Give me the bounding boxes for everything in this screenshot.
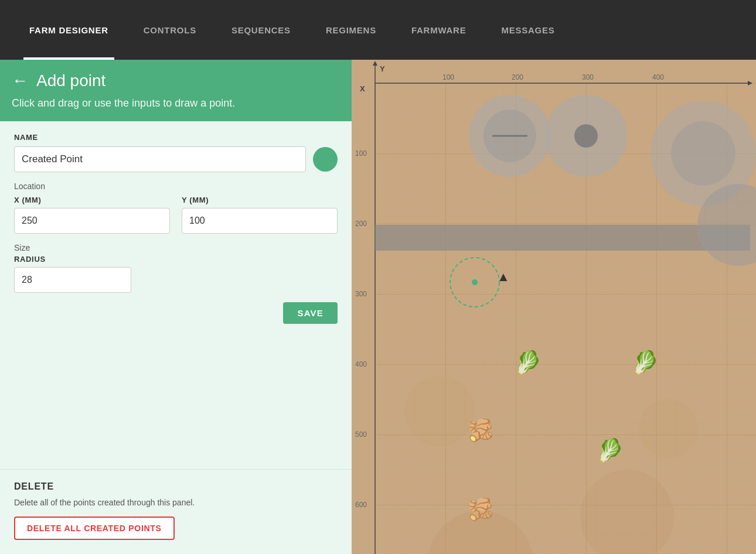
location-label: Location xyxy=(14,182,338,191)
svg-point-34 xyxy=(428,511,533,554)
svg-marker-5 xyxy=(748,81,752,86)
svg-point-36 xyxy=(404,376,475,446)
panel-title: Add point xyxy=(36,71,105,90)
svg-text:🫚: 🫚 xyxy=(468,418,494,443)
svg-rect-18 xyxy=(375,225,750,251)
svg-point-37 xyxy=(639,399,697,458)
svg-text:500: 500 xyxy=(355,430,367,439)
nav-controls[interactable]: CONTROLS xyxy=(126,0,214,60)
svg-point-24 xyxy=(651,101,756,206)
panel-header: ← Add point Click and drag or use the in… xyxy=(0,60,352,121)
svg-point-19 xyxy=(469,95,551,177)
x-input[interactable] xyxy=(14,208,170,234)
y-coord-group: Y (MM) xyxy=(182,196,338,234)
svg-point-20 xyxy=(483,110,536,162)
x-coord-group: X (MM) xyxy=(14,196,170,234)
nav-regimens[interactable]: REGIMENS xyxy=(308,0,394,60)
name-label: NAME xyxy=(14,133,338,142)
svg-text:200: 200 xyxy=(355,220,367,228)
svg-point-25 xyxy=(671,121,735,186)
svg-text:🥬: 🥬 xyxy=(596,437,624,464)
map-grid: Y X 100 200 300 400 100 200 300 400 500 … xyxy=(352,60,756,554)
nav-farmware[interactable]: FARMWARE xyxy=(394,0,484,60)
delete-desc: Delete all of the points created through… xyxy=(14,498,338,507)
svg-text:300: 300 xyxy=(355,290,367,298)
delete-all-button[interactable]: DELETE ALL CREATED POINTS xyxy=(14,517,175,540)
svg-text:🫚: 🫚 xyxy=(468,497,494,522)
svg-text:Y: Y xyxy=(380,64,385,73)
svg-text:200: 200 xyxy=(512,73,523,81)
save-row: SAVE xyxy=(14,302,338,324)
name-row xyxy=(14,146,338,172)
form-area: NAME Location X (MM) Y (MM) Size RADIUS xyxy=(0,121,352,469)
top-navigation: FARM DESIGNER CONTROLS SEQUENCES REGIMEN… xyxy=(0,0,756,60)
size-label: Size xyxy=(14,243,338,252)
map-area[interactable]: Y X 100 200 300 400 100 200 300 400 500 … xyxy=(352,60,756,554)
x-label: X (MM) xyxy=(14,196,170,204)
color-picker[interactable] xyxy=(313,147,338,172)
radius-input[interactable] xyxy=(14,267,131,293)
svg-text:🥬: 🥬 xyxy=(514,349,542,376)
nav-messages[interactable]: MESSAGES xyxy=(483,0,572,60)
svg-point-23 xyxy=(574,124,598,148)
svg-text:600: 600 xyxy=(355,501,367,509)
y-label: Y (MM) xyxy=(182,196,338,204)
svg-text:400: 400 xyxy=(355,360,367,368)
left-panel: ← Add point Click and drag or use the in… xyxy=(0,60,352,554)
svg-rect-1 xyxy=(375,83,756,554)
save-button[interactable]: SAVE xyxy=(283,302,338,324)
svg-point-27 xyxy=(450,258,499,307)
svg-point-28 xyxy=(472,279,478,285)
svg-point-22 xyxy=(545,95,627,177)
svg-text:400: 400 xyxy=(652,73,664,81)
svg-marker-4 xyxy=(373,61,377,66)
svg-text:100: 100 xyxy=(355,149,367,158)
delete-title: DELETE xyxy=(14,481,338,492)
svg-text:🥬: 🥬 xyxy=(631,349,659,376)
radius-label: RADIUS xyxy=(14,255,338,264)
delete-section: DELETE Delete all of the points created … xyxy=(0,469,352,554)
panel-subtitle: Click and drag or use the inputs to draw… xyxy=(12,97,338,110)
back-button[interactable]: ← xyxy=(12,71,28,90)
y-input[interactable] xyxy=(182,208,338,234)
svg-point-26 xyxy=(697,184,756,266)
coords-row: X (MM) Y (MM) xyxy=(14,196,338,234)
cursor-icon: ▲ xyxy=(497,269,510,285)
main-layout: ← Add point Click and drag or use the in… xyxy=(0,60,756,554)
nav-sequences[interactable]: SEQUENCES xyxy=(214,0,308,60)
nav-farm-designer[interactable]: FARM DESIGNER xyxy=(12,0,126,60)
svg-text:300: 300 xyxy=(582,73,594,81)
svg-text:100: 100 xyxy=(442,73,454,81)
svg-text:X: X xyxy=(360,84,365,93)
svg-point-35 xyxy=(580,470,674,554)
name-input[interactable] xyxy=(14,146,306,172)
